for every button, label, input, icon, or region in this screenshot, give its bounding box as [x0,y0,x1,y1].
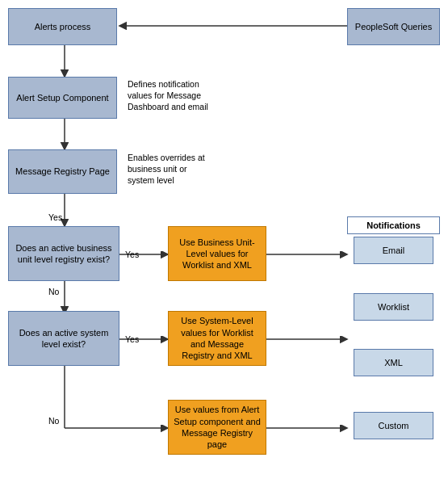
worklist-box: Worklist [354,293,433,321]
custom-label: Custom [379,420,409,431]
does-sys-exist-label: Does an active system level exist? [14,327,114,351]
yes-sys-label: Yes [125,334,139,345]
no-bu-label: No [48,286,59,297]
alerts-process-box: Alerts process [8,8,117,45]
use-alert-values-label: Use values from Alert Setup component an… [174,404,261,450]
defines-label: Defines notification values for Message … [128,78,208,113]
yes-top-label: Yes [48,212,62,223]
no-sys-label: No [48,415,59,426]
message-registry-box: Message Registry Page [8,149,117,194]
peoplesoft-queries-label: PeopleSoft Queries [355,21,432,32]
email-box: Email [354,237,433,264]
message-registry-label: Message Registry Page [15,166,110,177]
does-bu-exist-label: Does an active business unit level regis… [14,242,114,266]
does-bu-exist-box: Does an active business unit level regis… [8,226,119,281]
flowchart-diagram: Alerts process PeopleSoft Queries Alert … [0,0,448,487]
alert-setup-box: Alert Setup Component [8,77,117,119]
xml-label: XML [384,357,403,368]
does-sys-exist-box: Does an active system level exist? [8,311,119,366]
alert-setup-label: Alert Setup Component [16,92,108,103]
use-alert-values-box: Use values from Alert Setup component an… [168,400,266,455]
alerts-process-label: Alerts process [35,21,91,32]
use-sys-values-box: Use System-Level values for Worklist and… [168,311,266,366]
xml-box: XML [354,349,433,376]
peoplesoft-queries-box: PeopleSoft Queries [347,8,440,45]
email-label: Email [383,245,405,256]
notifications-header: Notifications [347,216,440,234]
custom-box: Custom [354,412,433,439]
use-bu-values-label: Use Business Unit-Level values for Workl… [174,237,261,271]
use-sys-values-label: Use System-Level values for Worklist and… [174,315,261,361]
yes-bu-label: Yes [125,249,139,260]
use-bu-values-box: Use Business Unit-Level values for Workl… [168,226,266,281]
worklist-label: Worklist [378,301,409,313]
enables-label: Enables overrides at business unit or sy… [128,152,205,187]
